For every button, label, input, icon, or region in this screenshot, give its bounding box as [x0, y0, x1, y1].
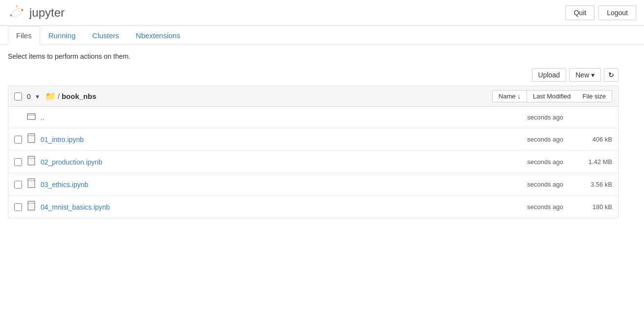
- file-modified-3: seconds ago: [485, 203, 563, 211]
- file-list: 0 ▾ 📁 / book_nbs Name ↓ Last Modified Fi…: [8, 86, 619, 218]
- file-modified-1: seconds ago: [485, 158, 563, 166]
- svg-point-0: [10, 7, 24, 19]
- parent-directory-row: .. seconds ago: [8, 107, 618, 128]
- file-size-2: 3.56 kB: [563, 181, 612, 188]
- row-left: 01_intro.ipynb: [14, 133, 485, 145]
- main-content: Select items to perform actions on them.…: [0, 45, 626, 226]
- new-button[interactable]: New ▾: [569, 68, 601, 82]
- new-label: New: [575, 71, 589, 79]
- refresh-button[interactable]: ↻: [604, 68, 619, 82]
- file-modified-0: seconds ago: [485, 136, 563, 143]
- sort-filesize-button[interactable]: File size: [576, 90, 612, 102]
- breadcrumb-folder-name: book_nbs: [62, 92, 96, 100]
- row-checkbox-3[interactable]: [14, 203, 22, 211]
- row-left: 02_production.ipynb: [14, 156, 485, 168]
- new-dropdown-arrow-icon: ▾: [591, 71, 595, 79]
- header-right: Name ↓ Last Modified File size: [492, 90, 612, 102]
- svg-rect-16: [28, 179, 35, 188]
- svg-point-3: [16, 5, 18, 7]
- logout-button[interactable]: Logout: [598, 5, 636, 20]
- file-size-1: 1.42 MB: [563, 158, 612, 166]
- parent-directory-link[interactable]: ..: [41, 114, 45, 121]
- svg-rect-21: [28, 201, 35, 210]
- svg-rect-6: [28, 134, 35, 143]
- select-dropdown-icon[interactable]: ▾: [36, 93, 39, 100]
- list-item: 01_intro.ipynb seconds ago 406 kB: [8, 128, 618, 151]
- header-left: 0 ▾ 📁 / book_nbs: [14, 91, 492, 102]
- breadcrumb-separator: /: [58, 93, 60, 100]
- upload-button[interactable]: Upload: [532, 68, 566, 82]
- jupyter-logo-icon: [8, 4, 25, 22]
- file-name-2[interactable]: 03_ethics.ipynb: [41, 181, 88, 189]
- tab-running[interactable]: Running: [40, 26, 84, 45]
- svg-point-1: [21, 9, 23, 11]
- logo: jupyter: [8, 4, 65, 22]
- file-size-0: 406 kB: [563, 136, 612, 143]
- tab-nbextensions[interactable]: Nbextensions: [128, 26, 189, 45]
- sort-modified-button[interactable]: Last Modified: [527, 90, 576, 102]
- sort-name-button[interactable]: Name ↓: [492, 90, 527, 102]
- header: jupyter Quit Logout: [0, 0, 644, 26]
- sort-name-label: Name: [499, 93, 516, 100]
- select-message: Select items to perform actions on them.: [8, 52, 619, 60]
- refresh-icon: ↻: [608, 71, 614, 79]
- row-checkbox-1[interactable]: [14, 158, 22, 166]
- list-item: 04_mnist_basics.ipynb seconds ago 180 kB: [8, 196, 618, 218]
- tab-clusters[interactable]: Clusters: [84, 26, 128, 45]
- tabs-bar: Files Running Clusters Nbextensions: [0, 26, 644, 45]
- breadcrumb: 📁 / book_nbs: [45, 91, 96, 102]
- notebook-icon-0: [26, 133, 37, 145]
- list-item: 03_ethics.ipynb seconds ago 3.56 kB: [8, 173, 618, 196]
- notebook-icon-2: [26, 178, 37, 191]
- select-all-checkbox[interactable]: [14, 93, 22, 100]
- svg-point-2: [10, 14, 12, 16]
- file-size-3: 180 kB: [563, 203, 612, 211]
- quit-button[interactable]: Quit: [565, 5, 595, 20]
- svg-rect-11: [28, 156, 35, 165]
- file-name-3[interactable]: 04_mnist_basics.ipynb: [41, 203, 110, 211]
- list-header: 0 ▾ 📁 / book_nbs Name ↓ Last Modified Fi…: [8, 86, 618, 107]
- row-left: 03_ethics.ipynb: [14, 178, 485, 191]
- notebook-icon-1: [26, 156, 37, 168]
- header-buttons: Quit Logout: [565, 5, 636, 20]
- tab-files[interactable]: Files: [8, 26, 40, 45]
- file-name-1[interactable]: 02_production.ipynb: [41, 158, 102, 166]
- row-checkbox-2[interactable]: [14, 181, 22, 189]
- folder-icon: 📁: [45, 91, 56, 102]
- select-all-area: 0 ▾: [14, 93, 39, 100]
- parent-folder-icon: [26, 112, 37, 123]
- row-left: 04_mnist_basics.ipynb: [14, 201, 485, 213]
- selected-count: 0: [24, 93, 34, 100]
- row-checkbox-0[interactable]: [14, 136, 22, 144]
- list-item: 02_production.ipynb seconds ago 1.42 MB: [8, 151, 618, 173]
- notebook-icon-3: [26, 201, 37, 213]
- file-name-0[interactable]: 01_intro.ipynb: [41, 136, 84, 144]
- logo-text: jupyter: [29, 6, 65, 20]
- svg-rect-5: [27, 114, 35, 120]
- sort-arrow-icon: ↓: [517, 93, 521, 100]
- parent-modified-time: seconds ago: [485, 114, 563, 121]
- svg-point-4: [14, 10, 20, 16]
- toolbar: Upload New ▾ ↻: [8, 68, 619, 82]
- file-modified-2: seconds ago: [485, 181, 563, 188]
